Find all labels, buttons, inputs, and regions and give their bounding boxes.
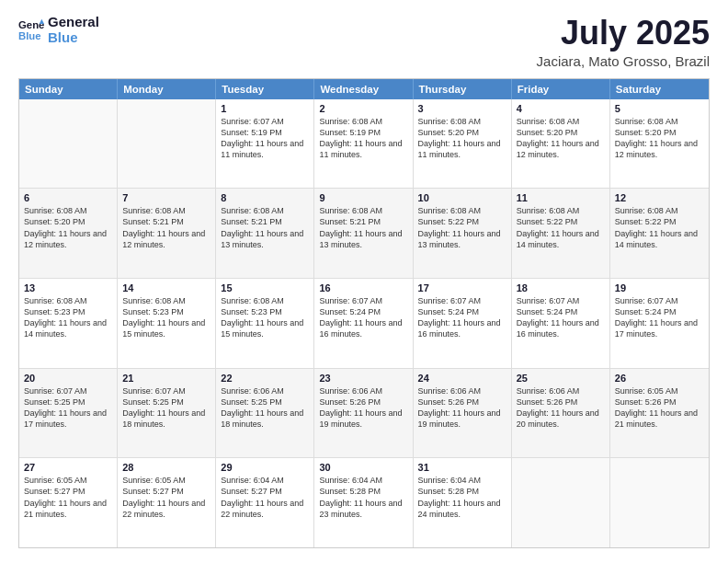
day-number: 23 [319, 373, 407, 384]
header-day-wednesday: Wednesday [314, 79, 413, 99]
day-number: 15 [221, 282, 309, 293]
title-block: July 2025 Jaciara, Mato Grosso, Brazil [537, 15, 710, 69]
cell-text: Sunrise: 6:08 AM Sunset: 5:23 PM Dayligh… [24, 295, 112, 340]
cell-text: Sunrise: 6:08 AM Sunset: 5:22 PM Dayligh… [615, 205, 704, 250]
cal-cell-4-2: 29Sunrise: 6:04 AM Sunset: 5:27 PM Dayli… [216, 458, 314, 547]
cell-text: Sunrise: 6:06 AM Sunset: 5:26 PM Dayligh… [517, 385, 605, 431]
cell-text: Sunrise: 6:06 AM Sunset: 5:25 PM Dayligh… [221, 385, 309, 431]
day-number: 30 [319, 462, 407, 473]
day-number: 16 [319, 282, 407, 293]
calendar-body: 1Sunrise: 6:07 AM Sunset: 5:19 PM Daylig… [19, 99, 709, 547]
day-number: 6 [24, 192, 112, 203]
cell-text: Sunrise: 6:06 AM Sunset: 5:26 PM Dayligh… [418, 385, 506, 431]
cell-text: Sunrise: 6:08 AM Sunset: 5:20 PM Dayligh… [418, 116, 506, 161]
day-number: 13 [24, 282, 112, 293]
day-number: 24 [418, 373, 506, 384]
cal-cell-0-0 [19, 99, 118, 189]
cal-cell-0-5: 4Sunrise: 6:08 AM Sunset: 5:20 PM Daylig… [512, 99, 610, 189]
cal-cell-1-0: 6Sunrise: 6:08 AM Sunset: 5:20 PM Daylig… [19, 189, 118, 278]
header-day-thursday: Thursday [414, 79, 512, 99]
cal-cell-3-1: 21Sunrise: 6:07 AM Sunset: 5:25 PM Dayli… [118, 369, 216, 458]
week-row-0: 1Sunrise: 6:07 AM Sunset: 5:19 PM Daylig… [19, 99, 709, 189]
cell-text: Sunrise: 6:07 AM Sunset: 5:25 PM Dayligh… [122, 385, 210, 431]
svg-text:General: General [18, 19, 44, 30]
day-number: 8 [221, 192, 309, 203]
logo-blue: Blue [48, 30, 99, 46]
day-number: 11 [517, 192, 605, 203]
logo: General Blue General Blue [18, 15, 99, 45]
cal-cell-3-2: 22Sunrise: 6:06 AM Sunset: 5:25 PM Dayli… [216, 369, 314, 458]
cal-cell-2-3: 16Sunrise: 6:07 AM Sunset: 5:24 PM Dayli… [314, 279, 413, 368]
cell-text: Sunrise: 6:05 AM Sunset: 5:26 PM Dayligh… [615, 385, 704, 431]
cell-text: Sunrise: 6:04 AM Sunset: 5:27 PM Dayligh… [221, 475, 309, 520]
day-number: 25 [517, 373, 605, 384]
cal-cell-4-1: 28Sunrise: 6:05 AM Sunset: 5:27 PM Dayli… [118, 458, 216, 547]
cal-cell-2-2: 15Sunrise: 6:08 AM Sunset: 5:23 PM Dayli… [216, 279, 314, 368]
cell-text: Sunrise: 6:07 AM Sunset: 5:24 PM Dayligh… [517, 295, 605, 340]
cal-cell-0-6: 5Sunrise: 6:08 AM Sunset: 5:20 PM Daylig… [610, 99, 709, 189]
cal-cell-0-4: 3Sunrise: 6:08 AM Sunset: 5:20 PM Daylig… [414, 99, 512, 189]
day-number: 21 [122, 373, 210, 384]
day-number: 19 [615, 282, 704, 293]
cell-text: Sunrise: 6:06 AM Sunset: 5:26 PM Dayligh… [319, 385, 407, 431]
cell-text: Sunrise: 6:05 AM Sunset: 5:27 PM Dayligh… [122, 475, 210, 520]
cal-cell-3-4: 24Sunrise: 6:06 AM Sunset: 5:26 PM Dayli… [414, 369, 512, 458]
cal-cell-4-5 [512, 458, 610, 547]
cell-text: Sunrise: 6:08 AM Sunset: 5:23 PM Dayligh… [221, 295, 309, 340]
day-number: 5 [615, 103, 704, 114]
cell-text: Sunrise: 6:08 AM Sunset: 5:21 PM Dayligh… [122, 205, 210, 250]
cell-text: Sunrise: 6:07 AM Sunset: 5:24 PM Dayligh… [615, 295, 704, 340]
cell-text: Sunrise: 6:08 AM Sunset: 5:21 PM Dayligh… [319, 205, 407, 250]
cell-text: Sunrise: 6:07 AM Sunset: 5:24 PM Dayligh… [319, 295, 407, 340]
header-day-monday: Monday [118, 79, 216, 99]
cal-cell-2-1: 14Sunrise: 6:08 AM Sunset: 5:23 PM Dayli… [118, 279, 216, 368]
cal-cell-3-3: 23Sunrise: 6:06 AM Sunset: 5:26 PM Dayli… [314, 369, 413, 458]
cal-cell-4-4: 31Sunrise: 6:04 AM Sunset: 5:28 PM Dayli… [414, 458, 512, 547]
day-number: 17 [418, 282, 506, 293]
day-number: 31 [418, 462, 506, 473]
cell-text: Sunrise: 6:08 AM Sunset: 5:22 PM Dayligh… [517, 205, 605, 250]
day-number: 12 [615, 192, 704, 203]
day-number: 9 [319, 192, 407, 203]
cell-text: Sunrise: 6:08 AM Sunset: 5:22 PM Dayligh… [418, 205, 506, 250]
svg-text:Blue: Blue [18, 29, 41, 40]
week-row-3: 20Sunrise: 6:07 AM Sunset: 5:25 PM Dayli… [19, 368, 709, 458]
day-number: 14 [122, 282, 210, 293]
cell-text: Sunrise: 6:07 AM Sunset: 5:25 PM Dayligh… [24, 385, 112, 431]
header-day-saturday: Saturday [610, 79, 709, 99]
header-day-tuesday: Tuesday [216, 79, 314, 99]
cell-text: Sunrise: 6:08 AM Sunset: 5:23 PM Dayligh… [122, 295, 210, 340]
day-number: 29 [221, 462, 309, 473]
day-number: 22 [221, 373, 309, 384]
cal-cell-3-6: 26Sunrise: 6:05 AM Sunset: 5:26 PM Dayli… [610, 369, 709, 458]
cell-text: Sunrise: 6:04 AM Sunset: 5:28 PM Dayligh… [418, 475, 506, 520]
cal-cell-1-5: 11Sunrise: 6:08 AM Sunset: 5:22 PM Dayli… [512, 189, 610, 278]
header-day-friday: Friday [512, 79, 610, 99]
cal-cell-1-3: 9Sunrise: 6:08 AM Sunset: 5:21 PM Daylig… [314, 189, 413, 278]
cell-text: Sunrise: 6:08 AM Sunset: 5:20 PM Dayligh… [517, 116, 605, 161]
day-number: 27 [24, 462, 112, 473]
cell-text: Sunrise: 6:08 AM Sunset: 5:21 PM Dayligh… [221, 205, 309, 250]
calendar-header: SundayMondayTuesdayWednesdayThursdayFrid… [19, 79, 709, 99]
cal-cell-3-0: 20Sunrise: 6:07 AM Sunset: 5:25 PM Dayli… [19, 369, 118, 458]
cell-text: Sunrise: 6:07 AM Sunset: 5:19 PM Dayligh… [221, 116, 309, 161]
cell-text: Sunrise: 6:04 AM Sunset: 5:28 PM Dayligh… [319, 475, 407, 520]
cal-cell-4-0: 27Sunrise: 6:05 AM Sunset: 5:27 PM Dayli… [19, 458, 118, 547]
cal-cell-3-5: 25Sunrise: 6:06 AM Sunset: 5:26 PM Dayli… [512, 369, 610, 458]
cal-cell-1-1: 7Sunrise: 6:08 AM Sunset: 5:21 PM Daylig… [118, 189, 216, 278]
main-title: July 2025 [537, 15, 710, 52]
week-row-2: 13Sunrise: 6:08 AM Sunset: 5:23 PM Dayli… [19, 278, 709, 368]
cell-text: Sunrise: 6:07 AM Sunset: 5:24 PM Dayligh… [418, 295, 506, 340]
cal-cell-4-6 [610, 458, 709, 547]
subtitle: Jaciara, Mato Grosso, Brazil [537, 53, 710, 69]
page: General Blue General Blue July 2025 Jaci… [0, 0, 728, 563]
cal-cell-4-3: 30Sunrise: 6:04 AM Sunset: 5:28 PM Dayli… [314, 458, 413, 547]
day-number: 10 [418, 192, 506, 203]
week-row-1: 6Sunrise: 6:08 AM Sunset: 5:20 PM Daylig… [19, 188, 709, 278]
cal-cell-2-5: 18Sunrise: 6:07 AM Sunset: 5:24 PM Dayli… [512, 279, 610, 368]
header-day-sunday: Sunday [19, 79, 118, 99]
cal-cell-1-4: 10Sunrise: 6:08 AM Sunset: 5:22 PM Dayli… [414, 189, 512, 278]
logo-general: General [48, 15, 99, 30]
day-number: 18 [517, 282, 605, 293]
cell-text: Sunrise: 6:08 AM Sunset: 5:20 PM Dayligh… [615, 116, 704, 161]
